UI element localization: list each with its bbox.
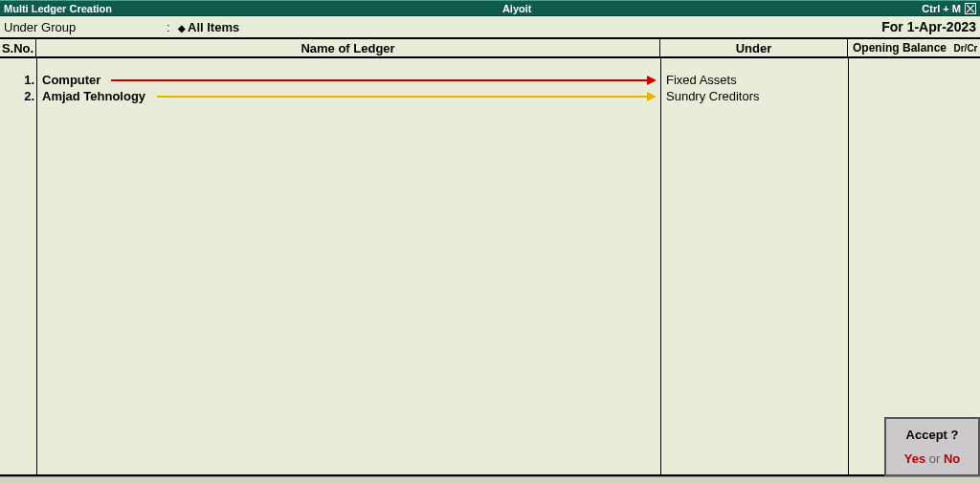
ledger-name-text: Computer xyxy=(42,73,100,87)
col-header-opening: Opening Balance xyxy=(848,39,951,56)
table-header: S.No. Name of Ledger Under Opening Balan… xyxy=(0,37,980,58)
arrow-icon xyxy=(157,96,657,98)
diamond-icon: ◆ xyxy=(178,23,186,33)
table-body: 1.ComputerFixed Assets2.Amjad TehnologyS… xyxy=(0,58,980,476)
filter-bar: Under Group : ◆All Items For 1-Apr-2023 xyxy=(0,16,980,37)
cell-sno: 2. xyxy=(0,89,36,103)
title-bar: Multi Ledger Creation Aiyoit Ctrl + M xyxy=(0,0,980,16)
grid-line xyxy=(660,58,661,474)
company-name: Aiyoit xyxy=(112,3,922,14)
col-header-sno: S.No. xyxy=(0,39,36,56)
close-icon[interactable] xyxy=(965,3,976,14)
col-header-name: Name of Ledger xyxy=(36,39,660,56)
cell-ledger-name[interactable]: Computer xyxy=(36,73,660,87)
under-group-label: Under Group xyxy=(4,20,167,34)
cell-ledger-name[interactable]: Amjad Tehnology xyxy=(36,89,660,103)
table-row[interactable]: 2.Amjad TehnologySundry Creditors xyxy=(0,88,980,104)
accept-dialog: Accept ? Yes or No xyxy=(884,417,980,476)
cell-under-group[interactable]: Sundry Creditors xyxy=(660,89,848,103)
under-group-value[interactable]: ◆All Items xyxy=(178,20,239,34)
table-row[interactable]: 1.ComputerFixed Assets xyxy=(0,72,980,88)
accept-no-button[interactable]: No xyxy=(944,451,960,466)
as-on-date: For 1-Apr-2023 xyxy=(881,19,976,34)
separator: : xyxy=(167,20,178,34)
col-header-drcr: Dr/Cr xyxy=(951,39,980,56)
accept-yes-button[interactable]: Yes xyxy=(904,451,925,466)
accept-question: Accept ? xyxy=(906,428,959,442)
cell-under-group[interactable]: Fixed Assets xyxy=(660,73,848,87)
ledger-name-text: Amjad Tehnology xyxy=(42,89,145,103)
arrow-icon xyxy=(111,79,657,81)
grid-line xyxy=(848,58,849,474)
status-bar xyxy=(0,476,980,484)
col-header-under: Under xyxy=(660,39,848,56)
cell-sno: 1. xyxy=(0,73,36,87)
grid-line xyxy=(36,58,37,474)
screen-title: Multi Ledger Creation xyxy=(4,3,112,14)
accept-or-text: or xyxy=(929,451,941,466)
shortcut-hint: Ctrl + M xyxy=(922,3,961,14)
